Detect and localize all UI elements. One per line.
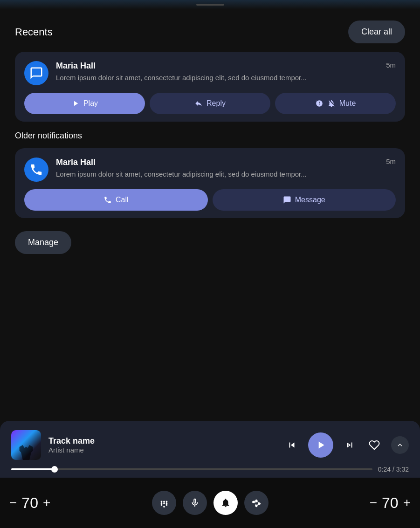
notification-time: 5m: [386, 61, 396, 69]
recents-title: Recents: [15, 26, 53, 38]
media-top: Track name Artist name: [11, 430, 409, 460]
time-display: 0:24 / 3:32: [378, 466, 409, 473]
progress-bar[interactable]: [11, 468, 372, 470]
dialpad-icon: [159, 498, 169, 508]
notification-actions-2: Call Message: [24, 189, 396, 211]
fan-button[interactable]: [244, 491, 269, 515]
album-art: [11, 430, 41, 460]
notification-body: Maria Hall Lorem ipsum dolor sit amet, c…: [56, 61, 379, 82]
track-name: Track name: [48, 436, 276, 446]
heart-icon: [369, 439, 380, 451]
drag-handle: [196, 4, 224, 6]
notification-text: Lorem ipsum dolor sit amet, consectetur …: [56, 73, 379, 82]
message-button[interactable]: Message: [213, 189, 396, 211]
next-track-button[interactable]: [342, 437, 358, 453]
artist-name: Artist name: [48, 446, 276, 454]
bell-slash-icon: [327, 99, 336, 108]
sender-name-2: Maria Hall: [56, 158, 379, 167]
bell-button[interactable]: [213, 491, 238, 515]
chat-icon: [283, 196, 291, 204]
skip-prev-icon: [287, 440, 297, 450]
notification-text-2: Lorem ipsum dolor sit amet, consectetur …: [56, 169, 379, 179]
right-volume-ctrl: − 70 +: [370, 494, 411, 512]
mic-icon: [190, 498, 200, 508]
reply-button[interactable]: Reply: [150, 93, 270, 114]
media-player: Track name Artist name: [0, 421, 420, 478]
mic-button[interactable]: [183, 491, 207, 515]
message-icon: [29, 66, 43, 80]
fan-icon: [251, 498, 262, 508]
notification-body-2: Maria Hall Lorem ipsum dolor sit amet, c…: [56, 158, 379, 179]
mute-icon: [315, 99, 324, 108]
call-button[interactable]: Call: [24, 189, 208, 211]
reply-icon: [194, 99, 203, 108]
recent-notification-card: Maria Hall Lorem ipsum dolor sit amet, c…: [15, 52, 405, 122]
dialpad-button[interactable]: [152, 491, 176, 515]
left-volume-ctrl: − 70 +: [9, 494, 50, 512]
progress-thumb: [51, 466, 58, 473]
right-volume-minus[interactable]: −: [370, 495, 377, 510]
left-volume-value: 70: [21, 494, 38, 512]
notifications-panel: Recents Clear all Maria Hall Lorem ipsum…: [0, 9, 420, 254]
play-pause-button[interactable]: [308, 432, 333, 458]
album-art-silhouette: [18, 441, 34, 460]
notification-top: Maria Hall Lorem ipsum dolor sit amet, c…: [24, 61, 396, 85]
right-volume-plus[interactable]: +: [403, 495, 411, 510]
media-controls: [284, 432, 409, 458]
avatar: [24, 61, 48, 85]
bell-icon: [220, 498, 231, 508]
recents-header: Recents Clear all: [15, 21, 405, 43]
notification-actions: Play Reply Mute: [24, 93, 396, 114]
left-volume-minus[interactable]: −: [9, 495, 17, 510]
mute-button[interactable]: Mute: [275, 93, 396, 114]
older-notification-card: Maria Hall Lorem ipsum dolor sit amet, c…: [15, 148, 405, 218]
avatar-2: [24, 158, 48, 182]
left-volume-plus[interactable]: +: [43, 495, 50, 510]
progress-bar-container: 0:24 / 3:32: [11, 466, 409, 473]
progress-fill: [11, 468, 55, 470]
manage-button[interactable]: Manage: [15, 231, 71, 254]
track-info: Track name Artist name: [48, 436, 276, 454]
skip-next-icon: [344, 440, 355, 450]
play-icon: [71, 99, 80, 108]
right-volume-value: 70: [382, 494, 399, 512]
call-icon: [103, 196, 112, 204]
play-button[interactable]: Play: [24, 93, 145, 114]
clear-all-button[interactable]: Clear all: [348, 21, 405, 43]
older-notifications-title: Older notifications: [15, 131, 405, 141]
prev-track-button[interactable]: [284, 437, 300, 453]
bottom-center-icons: [152, 491, 269, 515]
bottom-bar: − 70 + − 70 +: [0, 478, 420, 528]
like-button[interactable]: [366, 437, 383, 453]
play-pause-icon: [315, 439, 327, 451]
phone-icon: [29, 163, 43, 177]
notification-time-2: 5m: [386, 158, 396, 165]
notification-top-2: Maria Hall Lorem ipsum dolor sit amet, c…: [24, 158, 396, 182]
sender-name: Maria Hall: [56, 61, 379, 71]
expand-button[interactable]: [391, 436, 409, 454]
chevron-up-icon: [396, 441, 404, 449]
